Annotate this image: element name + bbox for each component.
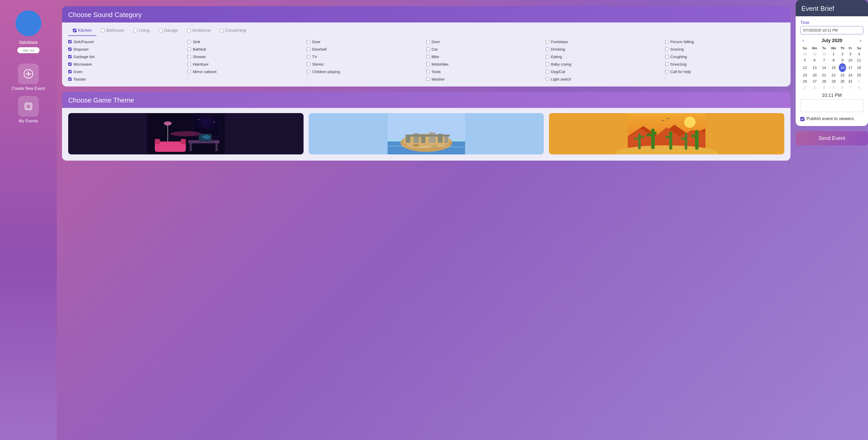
sound-item[interactable]: Door [427,39,543,44]
cal-day[interactable]: 2 [800,85,809,91]
cal-day[interactable]: 28 [820,78,828,85]
sound-item[interactable]: Microwave [68,62,185,66]
sound-item[interactable]: Door [307,39,424,44]
sound-item[interactable]: Sink [188,39,304,44]
cal-day[interactable]: 12 [800,63,809,72]
category-tab-kitchen[interactable]: Kitchen [68,27,96,36]
cal-day[interactable]: 29 [828,78,839,85]
cal-day[interactable]: 19 [800,72,809,78]
theme-island[interactable] [309,113,544,154]
calendar-prev-button[interactable]: ‹ [800,37,806,44]
theme-desert[interactable] [549,113,784,154]
category-checkbox-concerning[interactable] [220,29,223,32]
category-checkbox-bathroom[interactable] [101,29,104,32]
cal-day[interactable]: 16 [839,63,846,72]
sidebar-item-create-event[interactable]: Create New Event [5,64,52,91]
sound-item[interactable]: Sneezing [665,62,782,66]
sound-item[interactable]: Stereo [307,62,424,66]
cal-day[interactable]: 14 [820,63,828,72]
sound-item[interactable]: Toaster [68,77,185,81]
sound-item[interactable]: Person falling [665,39,782,44]
sound-item[interactable]: Bike [427,55,543,59]
cal-day[interactable]: 30 [820,51,828,57]
cal-day[interactable]: 6 [809,57,820,63]
cal-day[interactable]: 10 [846,57,855,63]
cal-day[interactable]: 31 [846,78,855,85]
cal-day[interactable]: 3 [846,51,855,57]
cal-day[interactable]: 13 [809,63,820,72]
category-checkbox-garage[interactable] [159,29,162,32]
time-input[interactable] [800,26,863,34]
cal-day[interactable]: 3 [809,85,820,91]
send-event-button[interactable]: Send Event [796,131,868,146]
cal-day[interactable]: 22 [828,72,839,78]
publish-checkbox[interactable] [800,117,804,121]
cal-day[interactable]: 9 [839,57,846,63]
sidebar-item-my-events[interactable]: My Events [5,96,52,123]
cal-day[interactable]: 2 [839,51,846,57]
category-checkbox-kitchen[interactable] [73,29,76,32]
sound-item[interactable]: Oven [68,69,185,74]
cal-day[interactable]: 30 [839,78,846,85]
create-event-icon-box [18,64,39,84]
theme-dark-room[interactable] [68,113,304,154]
sound-item[interactable]: Motorbike [427,62,543,66]
sound-item[interactable]: Garbage bin [68,55,185,59]
cal-day[interactable]: 5 [828,85,839,91]
category-checkbox-living[interactable] [133,29,137,32]
cal-day[interactable]: 18 [855,63,863,72]
category-checkbox-ambience[interactable] [187,29,191,32]
sound-item[interactable]: Coughing [665,55,782,59]
sound-item[interactable]: Tools [427,69,543,74]
sound-item[interactable]: Doorbell [307,47,424,52]
sound-item[interactable]: Children playing [307,69,424,74]
cal-day[interactable]: 8 [828,57,839,63]
category-tab-bathroom[interactable]: Bathroom [96,27,129,36]
cal-day[interactable]: 11 [855,57,863,63]
sound-item[interactable]: Footsteps [546,39,662,44]
cal-day[interactable]: 7 [846,85,855,91]
sound-item[interactable]: Sink/Faucet [68,39,185,44]
sound-item[interactable]: Washer [427,77,543,81]
cal-day[interactable]: 4 [820,85,828,91]
sound-item[interactable]: Shower [188,55,304,59]
cal-day[interactable]: 15 [828,63,839,72]
sound-item[interactable]: Call for help [665,69,782,74]
sound-item[interactable]: Light switch [546,77,662,81]
cal-day[interactable]: 26 [800,78,809,85]
sound-item[interactable]: Bathtub [188,47,304,52]
category-tab-living[interactable]: Living [129,27,154,36]
cal-day[interactable]: 23 [839,72,846,78]
cal-day[interactable]: 20 [809,72,820,78]
cal-day[interactable]: 1 [828,51,839,57]
sound-item[interactable]: Mirror cabinet [188,69,304,74]
cal-day[interactable]: 7 [820,57,828,63]
cal-day[interactable]: 4 [855,51,863,57]
sound-item[interactable]: Drinking [546,47,662,52]
cal-day[interactable]: 28 [800,51,809,57]
cal-day[interactable]: 24 [846,72,855,78]
calendar-next-button[interactable]: › [858,37,863,44]
cal-day[interactable]: 25 [855,72,863,78]
cal-day[interactable]: 17 [846,63,855,72]
category-tab-garage[interactable]: Garage [154,27,182,36]
cal-day[interactable]: 29 [809,51,820,57]
sound-item[interactable]: Eating [546,55,662,59]
sound-item[interactable]: Hairdryer [188,62,304,66]
cal-day[interactable]: 6 [839,85,846,91]
sign-out-button[interactable]: sign out [17,47,39,53]
sound-item[interactable]: Baby crying [546,62,662,66]
sound-item[interactable]: Snoring [665,47,782,52]
cal-day[interactable]: 1 [855,78,863,85]
cal-day[interactable]: 27 [809,78,820,85]
sound-item[interactable]: Disposer [68,47,185,52]
cal-day[interactable]: 5 [800,57,809,63]
sound-item[interactable]: TV [307,55,424,59]
event-note-input[interactable] [800,99,863,112]
category-tab-ambience[interactable]: Ambience [182,27,215,36]
sound-item[interactable]: Car [427,47,543,52]
cal-day[interactable]: 21 [820,72,828,78]
category-tab-concerning[interactable]: Concerning [215,27,251,36]
cal-day[interactable]: 8 [855,85,863,91]
sound-item[interactable]: Dog/Cat [546,69,662,74]
